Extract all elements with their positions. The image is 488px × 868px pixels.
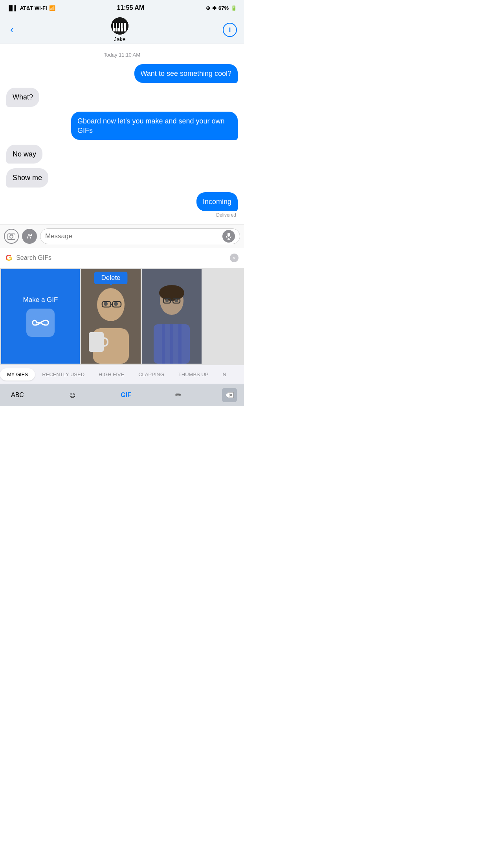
- timestamp: Today 11:10 AM: [6, 52, 238, 58]
- bluetooth-icon: ✱: [212, 5, 216, 11]
- make-gif-label: Make a GIF: [23, 296, 58, 304]
- message-input-row: A: [0, 224, 244, 248]
- carrier-label: AT&T Wi-Fi: [20, 5, 47, 11]
- status-time: 11:55 AM: [117, 4, 144, 11]
- svg-point-33: [175, 299, 178, 302]
- make-gif-tile[interactable]: Make a GIF: [1, 269, 80, 364]
- person-image-2: [142, 269, 202, 364]
- status-bar: ▐▌▌ AT&T Wi-Fi 📶 11:55 AM ⊕ ✱ 67% 🔋: [0, 0, 244, 16]
- message-row: No way: [6, 145, 238, 164]
- gif-search-input[interactable]: [16, 254, 226, 261]
- svg-point-19: [104, 302, 108, 306]
- message-bubble: Incoming: [196, 192, 238, 211]
- message-bubble: What?: [6, 88, 39, 107]
- category-tabs: MY GIFS RECENTLY USED HIGH FIVE CLAPPING…: [0, 365, 244, 384]
- avatar[interactable]: [111, 17, 128, 35]
- gif-clear-button[interactable]: ×: [230, 254, 238, 262]
- delete-key[interactable]: [222, 388, 237, 402]
- message-row: Incoming Delivered: [6, 192, 238, 218]
- wifi-icon: 📶: [49, 5, 55, 11]
- pencil-button[interactable]: ✏: [175, 390, 182, 400]
- info-button[interactable]: i: [223, 23, 237, 37]
- svg-rect-6: [114, 23, 116, 28]
- tab-thumbs-up[interactable]: THUMBS UP: [171, 368, 216, 381]
- back-button[interactable]: ‹: [7, 20, 17, 39]
- status-right: ⊕ ✱ 67% 🔋: [206, 5, 237, 11]
- svg-rect-8: [123, 23, 124, 28]
- emoji-button[interactable]: ☺: [68, 390, 77, 400]
- message-bubble: Gboard now let's you make and send your …: [71, 112, 238, 140]
- gif-button[interactable]: GIF: [117, 389, 135, 401]
- contact-name: Jake: [114, 36, 126, 42]
- gif-search-panel: G ×: [0, 248, 244, 268]
- navigation-header: ‹ Jake i: [0, 16, 244, 44]
- mic-button[interactable]: [222, 230, 235, 243]
- svg-rect-24: [89, 332, 104, 352]
- camera-button[interactable]: [4, 229, 19, 244]
- gif-grid: Make a GIF Delete: [0, 268, 244, 365]
- svg-point-27: [159, 285, 184, 301]
- keyboard-bottom-bar: ABC ☺ GIF ✏: [0, 384, 244, 406]
- infinity-icon: [26, 309, 55, 337]
- status-left: ▐▌▌ AT&T Wi-Fi 📶: [7, 5, 55, 11]
- tab-my-gifs[interactable]: MY GIFS: [0, 368, 35, 381]
- message-bubble: Want to see something cool?: [134, 64, 238, 83]
- message-input-wrap: [40, 228, 240, 244]
- delivered-status: Delivered: [216, 212, 238, 218]
- svg-point-10: [10, 235, 13, 238]
- tab-recently-used[interactable]: RECENTLY USED: [35, 368, 92, 381]
- svg-text:A: A: [27, 233, 31, 240]
- message-row: Want to see something cool?: [6, 64, 238, 83]
- battery-icon: 🔋: [231, 5, 237, 11]
- gif-tile-person1[interactable]: Delete: [81, 269, 141, 364]
- svg-rect-13: [227, 233, 230, 237]
- header-center: Jake: [111, 17, 128, 42]
- google-g-logo: G: [6, 253, 12, 263]
- delete-tooltip[interactable]: Delete: [94, 272, 127, 284]
- location-icon: ⊕: [206, 5, 210, 11]
- message-row: What?: [6, 88, 238, 107]
- abc-button[interactable]: ABC: [7, 389, 28, 401]
- tab-high-five[interactable]: HIGH FIVE: [92, 368, 131, 381]
- message-row: Gboard now let's you make and send your …: [6, 112, 238, 140]
- tab-clapping[interactable]: CLAPPING: [131, 368, 171, 381]
- svg-point-32: [165, 299, 169, 302]
- tab-more[interactable]: N: [215, 368, 233, 381]
- svg-rect-7: [117, 23, 119, 28]
- message-bubble: Show me: [6, 168, 48, 187]
- signal-icon: ▐▌▌: [7, 5, 18, 11]
- message-bubble: No way: [6, 145, 42, 164]
- chat-area: Today 11:10 AM Want to see something coo…: [0, 44, 244, 224]
- message-row: Show me: [6, 168, 238, 187]
- gif-tile-person2[interactable]: [142, 269, 202, 364]
- contact-avatar-piano: [111, 17, 128, 35]
- svg-point-20: [114, 302, 118, 306]
- apps-button[interactable]: A: [22, 229, 37, 244]
- message-input[interactable]: [45, 232, 222, 240]
- battery-label: 67%: [218, 5, 229, 11]
